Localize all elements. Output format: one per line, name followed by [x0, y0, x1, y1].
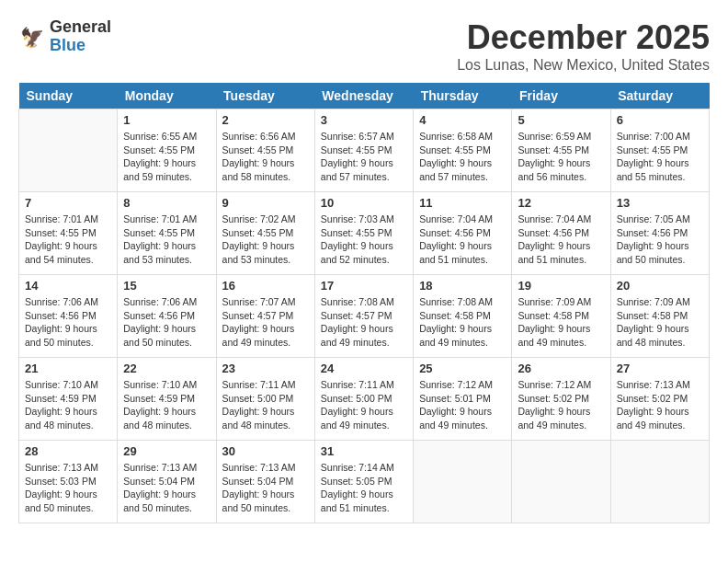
calendar-cell: 4Sunrise: 6:58 AM Sunset: 4:55 PM Daylig… [414, 109, 512, 192]
day-number: 11 [419, 196, 506, 210]
col-header-monday: Monday [118, 83, 216, 109]
calendar-cell: 19Sunrise: 7:09 AM Sunset: 4:58 PM Dayli… [512, 275, 610, 358]
calendar-cell: 17Sunrise: 7:08 AM Sunset: 4:57 PM Dayli… [314, 275, 413, 358]
week-row-2: 7Sunrise: 7:01 AM Sunset: 4:55 PM Daylig… [19, 192, 710, 275]
day-info: Sunrise: 7:04 AM Sunset: 4:56 PM Dayligh… [518, 213, 604, 267]
calendar-cell: 1Sunrise: 6:55 AM Sunset: 4:55 PM Daylig… [118, 109, 216, 192]
day-number: 21 [25, 362, 111, 375]
calendar-cell: 7Sunrise: 7:01 AM Sunset: 4:55 PM Daylig… [19, 192, 118, 275]
day-number: 25 [419, 362, 506, 375]
day-number: 3 [321, 113, 407, 127]
day-info: Sunrise: 6:59 AM Sunset: 4:55 PM Dayligh… [518, 130, 604, 184]
svg-text:🦅: 🦅 [20, 25, 45, 49]
calendar-table: SundayMondayTuesdayWednesdayThursdayFrid… [18, 83, 710, 523]
day-number: 6 [617, 113, 703, 127]
day-info: Sunrise: 6:58 AM Sunset: 4:55 PM Dayligh… [419, 130, 506, 184]
day-number: 2 [222, 113, 309, 127]
calendar-cell: 23Sunrise: 7:11 AM Sunset: 5:00 PM Dayli… [216, 358, 314, 441]
day-number: 28 [25, 444, 111, 458]
day-info: Sunrise: 7:10 AM Sunset: 4:59 PM Dayligh… [123, 378, 210, 432]
day-number: 19 [518, 279, 604, 293]
week-row-3: 14Sunrise: 7:06 AM Sunset: 4:56 PM Dayli… [19, 275, 710, 358]
day-number: 30 [222, 444, 309, 458]
calendar-cell: 9Sunrise: 7:02 AM Sunset: 4:55 PM Daylig… [216, 192, 314, 275]
calendar-cell: 28Sunrise: 7:13 AM Sunset: 5:03 PM Dayli… [19, 441, 118, 523]
day-number: 10 [321, 196, 407, 210]
day-info: Sunrise: 7:02 AM Sunset: 4:55 PM Dayligh… [222, 213, 309, 267]
day-number: 18 [419, 279, 506, 293]
day-number: 14 [25, 279, 111, 293]
calendar-cell: 21Sunrise: 7:10 AM Sunset: 4:59 PM Dayli… [19, 358, 118, 441]
week-row-4: 21Sunrise: 7:10 AM Sunset: 4:59 PM Dayli… [19, 358, 710, 441]
calendar-cell: 20Sunrise: 7:09 AM Sunset: 4:58 PM Dayli… [610, 275, 709, 358]
day-info: Sunrise: 7:10 AM Sunset: 4:59 PM Dayligh… [25, 378, 111, 432]
day-info: Sunrise: 7:06 AM Sunset: 4:56 PM Dayligh… [25, 295, 111, 350]
calendar-cell: 29Sunrise: 7:13 AM Sunset: 5:04 PM Dayli… [118, 441, 216, 523]
calendar-cell: 16Sunrise: 7:07 AM Sunset: 4:57 PM Dayli… [216, 275, 314, 358]
day-info: Sunrise: 7:01 AM Sunset: 4:55 PM Dayligh… [25, 213, 111, 267]
title-area: December 2025 Los Lunas, New Mexico, Uni… [457, 18, 710, 74]
calendar-cell: 22Sunrise: 7:10 AM Sunset: 4:59 PM Dayli… [118, 358, 216, 441]
week-row-1: 1Sunrise: 6:55 AM Sunset: 4:55 PM Daylig… [19, 109, 710, 192]
day-info: Sunrise: 7:13 AM Sunset: 5:04 PM Dayligh… [123, 461, 210, 515]
col-header-tuesday: Tuesday [216, 83, 314, 109]
day-number: 7 [25, 196, 111, 210]
logo: 🦅 GeneralBlue [18, 18, 111, 55]
day-number: 1 [123, 113, 210, 127]
day-number: 9 [222, 196, 309, 210]
day-info: Sunrise: 7:06 AM Sunset: 4:56 PM Dayligh… [123, 295, 210, 350]
col-header-saturday: Saturday [610, 83, 709, 109]
col-header-thursday: Thursday [414, 83, 512, 109]
day-number: 15 [123, 279, 210, 293]
calendar-cell: 8Sunrise: 7:01 AM Sunset: 4:55 PM Daylig… [118, 192, 216, 275]
day-number: 20 [617, 279, 703, 293]
calendar-cell: 10Sunrise: 7:03 AM Sunset: 4:55 PM Dayli… [314, 192, 413, 275]
day-info: Sunrise: 7:13 AM Sunset: 5:03 PM Dayligh… [25, 461, 111, 515]
day-info: Sunrise: 6:57 AM Sunset: 4:55 PM Dayligh… [321, 130, 407, 184]
day-info: Sunrise: 7:01 AM Sunset: 4:55 PM Dayligh… [123, 213, 210, 267]
calendar-cell: 5Sunrise: 6:59 AM Sunset: 4:55 PM Daylig… [512, 109, 610, 192]
day-info: Sunrise: 6:56 AM Sunset: 4:55 PM Dayligh… [222, 130, 309, 184]
calendar-cell [19, 109, 118, 192]
calendar-cell: 12Sunrise: 7:04 AM Sunset: 4:56 PM Dayli… [512, 192, 610, 275]
day-number: 22 [123, 362, 210, 375]
day-info: Sunrise: 7:08 AM Sunset: 4:58 PM Dayligh… [419, 295, 506, 350]
day-number: 24 [321, 362, 407, 375]
calendar-cell: 26Sunrise: 7:12 AM Sunset: 5:02 PM Dayli… [512, 358, 610, 441]
col-header-friday: Friday [512, 83, 610, 109]
calendar-cell [512, 441, 610, 523]
day-info: Sunrise: 7:09 AM Sunset: 4:58 PM Dayligh… [518, 295, 604, 350]
day-info: Sunrise: 7:12 AM Sunset: 5:02 PM Dayligh… [518, 378, 604, 432]
day-number: 8 [123, 196, 210, 210]
calendar-cell: 18Sunrise: 7:08 AM Sunset: 4:58 PM Dayli… [414, 275, 512, 358]
calendar-cell: 25Sunrise: 7:12 AM Sunset: 5:01 PM Dayli… [414, 358, 512, 441]
day-number: 27 [617, 362, 703, 375]
day-number: 26 [518, 362, 604, 375]
day-info: Sunrise: 7:03 AM Sunset: 4:55 PM Dayligh… [321, 213, 407, 267]
day-info: Sunrise: 7:14 AM Sunset: 5:05 PM Dayligh… [321, 461, 407, 515]
calendar-cell [414, 441, 512, 523]
calendar-cell: 30Sunrise: 7:13 AM Sunset: 5:04 PM Dayli… [216, 441, 314, 523]
day-number: 23 [222, 362, 309, 375]
day-number: 16 [222, 279, 309, 293]
day-number: 4 [419, 113, 506, 127]
day-number: 29 [123, 444, 210, 458]
day-info: Sunrise: 7:00 AM Sunset: 4:55 PM Dayligh… [617, 130, 703, 184]
calendar-cell: 14Sunrise: 7:06 AM Sunset: 4:56 PM Dayli… [19, 275, 118, 358]
day-info: Sunrise: 7:05 AM Sunset: 4:56 PM Dayligh… [617, 213, 703, 267]
calendar-cell: 24Sunrise: 7:11 AM Sunset: 5:00 PM Dayli… [314, 358, 413, 441]
calendar-cell: 15Sunrise: 7:06 AM Sunset: 4:56 PM Dayli… [118, 275, 216, 358]
page-header: 🦅 GeneralBlue December 2025 Los Lunas, N… [18, 18, 710, 74]
day-info: Sunrise: 7:12 AM Sunset: 5:01 PM Dayligh… [419, 378, 506, 432]
day-info: Sunrise: 7:11 AM Sunset: 5:00 PM Dayligh… [222, 378, 309, 432]
day-info: Sunrise: 7:13 AM Sunset: 5:02 PM Dayligh… [617, 378, 703, 432]
week-row-5: 28Sunrise: 7:13 AM Sunset: 5:03 PM Dayli… [19, 441, 710, 523]
calendar-cell: 2Sunrise: 6:56 AM Sunset: 4:55 PM Daylig… [216, 109, 314, 192]
day-number: 17 [321, 279, 407, 293]
day-info: Sunrise: 7:13 AM Sunset: 5:04 PM Dayligh… [222, 461, 309, 515]
calendar-cell [610, 441, 709, 523]
location-title: Los Lunas, New Mexico, United States [457, 57, 710, 74]
day-info: Sunrise: 6:55 AM Sunset: 4:55 PM Dayligh… [123, 130, 210, 184]
calendar-cell: 6Sunrise: 7:00 AM Sunset: 4:55 PM Daylig… [610, 109, 709, 192]
calendar-cell: 3Sunrise: 6:57 AM Sunset: 4:55 PM Daylig… [314, 109, 413, 192]
